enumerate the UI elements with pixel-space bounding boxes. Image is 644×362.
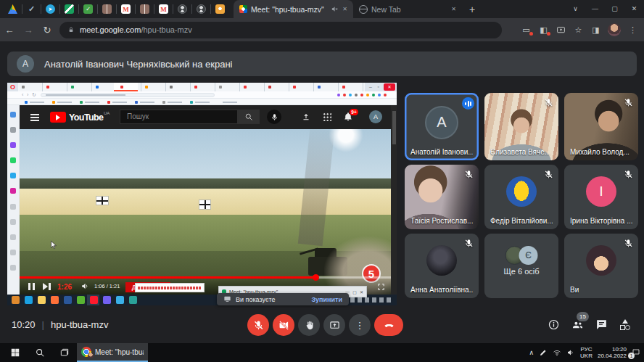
reload-button[interactable]: ↻ [38,25,57,36]
share-page-icon[interactable] [556,25,566,35]
taskbar-clock[interactable]: 10:2020.04.2022 [598,346,627,359]
pinned-tab-tasks-icon[interactable]: ✓ [83,4,93,14]
tile-fedir[interactable]: Федір Віталійови... [484,165,558,229]
address-bar[interactable]: meet.google.com/hpu-tbua-mzv [59,22,502,38]
forward-button[interactable]: → [19,25,38,36]
presenter-banner: A Анатолій Іванович Черняхівський на екр… [7,52,637,76]
wifi-icon[interactable] [553,348,561,357]
opera-tabs[interactable] [18,83,365,91]
meeting-details-icon[interactable] [548,318,560,331]
back-button[interactable]: ← [0,25,19,36]
opera-extension-icons[interactable] [384,94,387,96]
search-button[interactable] [238,110,260,124]
tile-mykhailo[interactable]: Михайло Волод... [564,93,638,160]
scrollbar[interactable] [391,105,397,295]
youtube-wordmark[interactable]: YouTube [69,112,103,123]
tile-yelyzaveta[interactable]: Єлизавета Вяче... [484,93,558,160]
browser-menu-icon[interactable]: ⋮ [627,25,638,35]
fullscreen-icon[interactable] [377,283,385,291]
tab-meet[interactable]: Meet: "hpu-tbua-mzv" ✕ [234,0,353,18]
pinned-tab-telegram-icon[interactable]: ➤ [46,4,55,14]
tab-close-icon[interactable]: ✕ [451,6,456,12]
popup-maximize-icon[interactable]: ▢ [352,289,357,295]
opera-tab-favicons [22,86,25,89]
notification-center-icon[interactable]: 1 [632,348,640,357]
opera-close-button[interactable]: ✕ [384,83,395,91]
stop-presenting-button[interactable]: Зупинити [311,296,342,303]
opera-sidebar[interactable] [7,105,20,295]
pinned-tab-classroom-icon[interactable] [65,4,74,14]
tile-taisiia[interactable]: Таїсія Ростислав... [405,165,479,229]
chat-panel-icon[interactable] [595,318,608,331]
taskbar-search-icon[interactable] [35,347,45,358]
language-indicator[interactable]: РУСUKR [580,346,593,359]
raise-hand-button[interactable] [298,314,320,336]
people-panel-icon[interactable]: 15 [571,318,584,331]
opera-bookmarks-bar[interactable] [7,99,397,105]
opera-address-bar[interactable]: ‹ › ↻ [7,91,397,99]
mic-off-button[interactable] [247,314,269,336]
apps-grid-icon[interactable] [323,112,331,121]
tab-new-tab[interactable]: New Tab ✕ [353,0,462,18]
popup-close-icon[interactable]: ✕ [360,289,363,295]
window-minimize-button[interactable]: — [585,0,605,18]
opera-maximize-button[interactable]: ▫ [378,83,379,91]
voice-search-icon[interactable] [267,110,281,124]
volume-icon[interactable] [80,281,90,291]
tab-search-chevron-icon[interactable]: ∨ [566,0,585,18]
task-view-icon[interactable] [59,347,70,358]
pinned-tab-account-icon[interactable] [197,4,206,14]
youtube-header: YouTube UA Пошук 9+ A [20,105,391,129]
tile-iryna[interactable]: І Ірина Вікторівна ... [564,165,638,229]
window-close-button[interactable]: ✕ [624,0,644,18]
more-options-button[interactable]: ⋮ [349,314,371,336]
pinned-tab-library-icon[interactable] [140,4,149,14]
pause-button[interactable] [28,283,35,290]
pinned-tab-gmail-icon[interactable]: M [121,4,131,14]
tile-you[interactable]: Ви [564,234,638,298]
shared-taskbar-app-icons[interactable] [12,296,20,304]
pinned-tab-account-icon[interactable] [178,4,187,14]
end-call-button[interactable] [374,314,403,336]
pinned-tab-gmail-icon[interactable]: M [159,4,168,14]
window-maximize-button[interactable]: ▢ [605,0,624,18]
activities-icon[interactable] [619,319,631,331]
notifications-bell-icon[interactable]: 9+ [343,112,353,122]
taskbar-chrome-button[interactable]: Meet: "hpu-tbua-... [77,343,148,362]
hidden-icons-chevron[interactable]: ∧ [529,349,534,356]
new-tab-button[interactable]: + [469,4,475,15]
pinned-tab-check-icon[interactable]: ✓ [27,4,36,14]
start-button[interactable] [10,347,20,358]
opera-back-icon[interactable]: ‹ [22,91,23,98]
tab-activity-icon[interactable]: ◧ [538,25,549,35]
bookmark-star-icon[interactable]: ☆ [573,25,584,35]
pen-settings-icon[interactable] [539,348,548,357]
menu-icon[interactable] [30,114,39,121]
camera-off-button[interactable] [273,314,294,336]
pinned-tab-library-icon[interactable] [102,4,112,14]
pinned-tab-alert-icon[interactable] [215,4,225,14]
opera-active-tab[interactable] [114,83,138,91]
youtube-logo-icon[interactable] [50,112,66,123]
media-controls-icon[interactable]: ▭ [521,25,532,35]
video-player[interactable]: 5 1:26 1:06 / 1:21 ДЕРЖМАЙ [20,129,391,295]
next-button[interactable] [43,283,51,290]
sidebar-app-icons[interactable] [10,112,16,118]
search-input[interactable]: Пошук [120,110,238,124]
tile-anna[interactable]: Анна Анатоліївна... [405,234,479,298]
volume-icon[interactable] [566,348,575,357]
opera-forward-icon[interactable]: › [27,91,28,98]
profile-avatar[interactable] [608,23,621,36]
tab-close-icon[interactable]: ✕ [342,6,347,12]
tile-anatolii[interactable]: A Анатолій Іванови... [405,93,479,160]
opera-reload-icon[interactable]: ↻ [32,91,36,98]
youtube-avatar[interactable]: A [369,110,382,123]
mic-off-icon [544,98,553,107]
side-panel-icon[interactable]: ◨ [590,25,601,35]
scrollbar-thumb[interactable] [392,111,396,144]
pinned-tab-drive-icon[interactable] [8,4,17,14]
upload-icon[interactable] [301,112,311,122]
present-button[interactable] [323,314,345,336]
opera-minimize-button[interactable]: – [369,83,372,91]
tile-more-people[interactable]: Є Ще 6 осіб [484,234,558,298]
